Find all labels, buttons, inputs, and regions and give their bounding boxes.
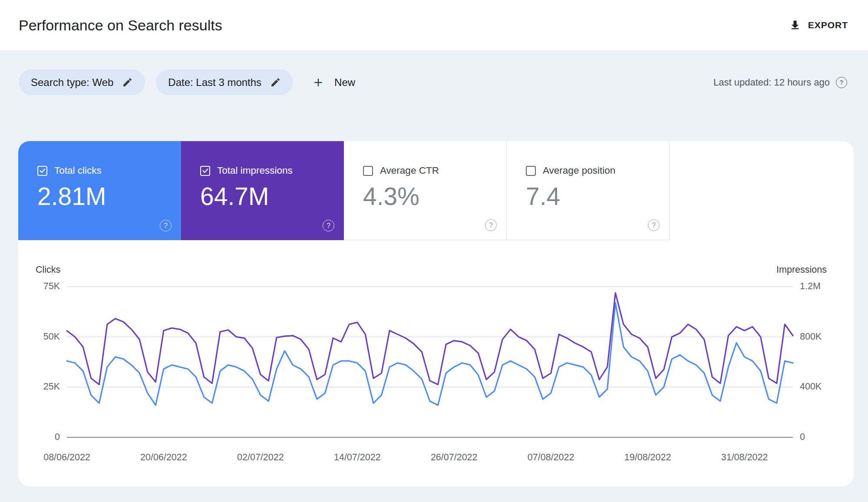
date-range-chip-label: Date: Last 3 months xyxy=(168,76,261,89)
edit-icon xyxy=(122,77,133,88)
search-console-performance-page: Performance on Search results EXPORT Sea… xyxy=(0,0,868,502)
plus-icon xyxy=(312,76,325,89)
report-card: Total clicks 2.81M ? Total impressions 6… xyxy=(18,141,854,486)
download-icon xyxy=(789,19,801,31)
export-label: EXPORT xyxy=(808,20,848,30)
help-icon[interactable]: ? xyxy=(836,77,847,88)
last-updated-text: Last updated: 12 hours ago xyxy=(713,77,830,88)
new-filter-label: New xyxy=(334,76,355,89)
page-title: Performance on Search results xyxy=(19,17,222,34)
header: Performance on Search results EXPORT xyxy=(0,0,868,51)
edit-icon xyxy=(270,77,281,88)
search-type-chip-label: Search type: Web xyxy=(31,76,113,89)
filter-bar: Search type: Web Date: Last 3 months New… xyxy=(0,69,868,95)
last-updated: Last updated: 12 hours ago ? xyxy=(713,77,847,88)
date-range-chip[interactable]: Date: Last 3 months xyxy=(156,69,293,95)
search-type-chip[interactable]: Search type: Web xyxy=(19,69,145,95)
export-button[interactable]: EXPORT xyxy=(789,19,848,31)
performance-chart[interactable] xyxy=(18,141,854,486)
new-filter-button[interactable]: New xyxy=(312,76,355,89)
